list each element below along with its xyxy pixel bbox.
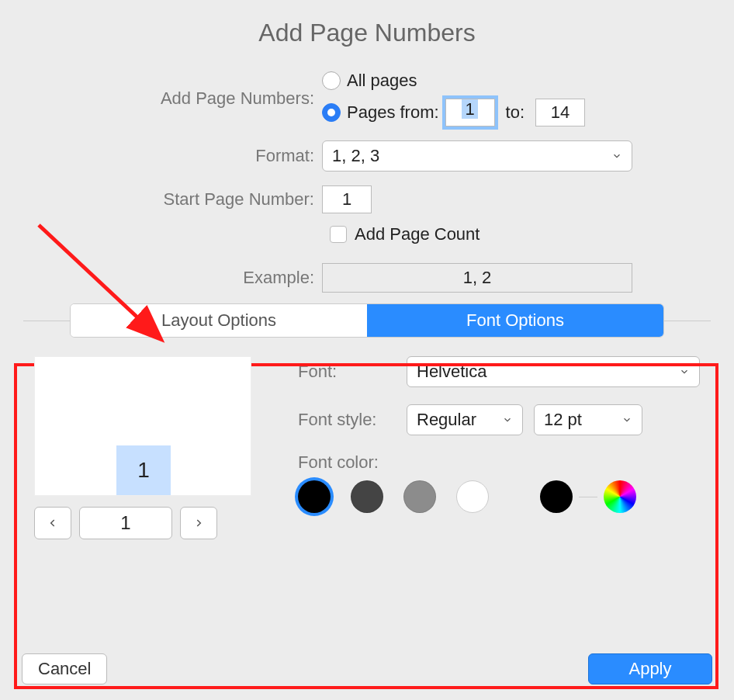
options-segmented-control: Layout Options Font Options: [70, 303, 664, 338]
radio-pages-from-label: Pages from:: [347, 102, 439, 123]
pages-from-input[interactable]: 1: [445, 99, 495, 126]
chevron-down-icon: [621, 414, 632, 425]
color-swatch-black[interactable]: [298, 480, 331, 513]
chevron-right-icon: [193, 516, 204, 530]
radio-all-pages-label: All pages: [347, 71, 417, 91]
divider: [579, 497, 597, 497]
radio-pages-from[interactable]: [322, 103, 341, 122]
font-color-label: Font color:: [298, 452, 379, 473]
start-page-number-input[interactable]: 1: [322, 185, 372, 213]
chevron-down-icon: [611, 151, 622, 161]
divider-left: [23, 321, 70, 321]
radio-all-pages[interactable]: [322, 71, 341, 90]
font-size-value: 12 pt: [544, 410, 582, 430]
preview-page-input[interactable]: 1: [79, 507, 172, 539]
add-page-count-label: Add Page Count: [355, 224, 480, 244]
pages-to-label: to:: [506, 102, 525, 123]
dialog-title: Add Page Numbers: [0, 0, 734, 71]
font-select-value: Helvetica: [417, 362, 486, 382]
font-select[interactable]: Helvetica: [407, 356, 700, 387]
font-label: Font:: [298, 362, 407, 382]
chevron-left-icon: [47, 516, 58, 530]
font-style-label: Font style:: [298, 410, 407, 430]
format-select[interactable]: 1, 2, 3: [322, 140, 632, 172]
pages-to-input[interactable]: 14: [535, 99, 585, 126]
color-picker-button[interactable]: [604, 480, 636, 513]
divider-right: [664, 321, 711, 321]
chevron-down-icon: [679, 366, 690, 377]
color-swatch-dark-gray[interactable]: [351, 480, 383, 513]
add-page-count-checkbox[interactable]: [330, 226, 347, 243]
color-swatch-gray[interactable]: [403, 480, 436, 513]
color-swatch-custom-current[interactable]: [540, 480, 573, 513]
font-style-value: Regular: [417, 410, 476, 430]
format-select-value: 1, 2, 3: [332, 146, 379, 166]
cancel-button[interactable]: Cancel: [22, 653, 107, 684]
tab-font-options[interactable]: Font Options: [367, 304, 663, 337]
font-style-select[interactable]: Regular: [407, 404, 523, 435]
apply-button[interactable]: Apply: [588, 653, 712, 684]
color-swatch-white[interactable]: [456, 480, 489, 513]
font-color-swatches: [298, 480, 700, 513]
start-page-number-label: Start Page Number:: [0, 189, 322, 210]
prev-page-button[interactable]: [34, 507, 71, 539]
add-page-numbers-label: Add Page Numbers:: [0, 88, 322, 109]
font-size-select[interactable]: 12 pt: [534, 404, 642, 435]
tab-layout-options[interactable]: Layout Options: [71, 304, 367, 337]
example-output: 1, 2: [322, 263, 632, 293]
chevron-down-icon: [502, 414, 513, 425]
example-label: Example:: [0, 268, 322, 288]
format-label: Format:: [0, 146, 322, 166]
page-preview[interactable]: 1: [34, 356, 251, 496]
page-number-preview-pos[interactable]: 1: [116, 445, 171, 495]
next-page-button[interactable]: [180, 507, 217, 539]
